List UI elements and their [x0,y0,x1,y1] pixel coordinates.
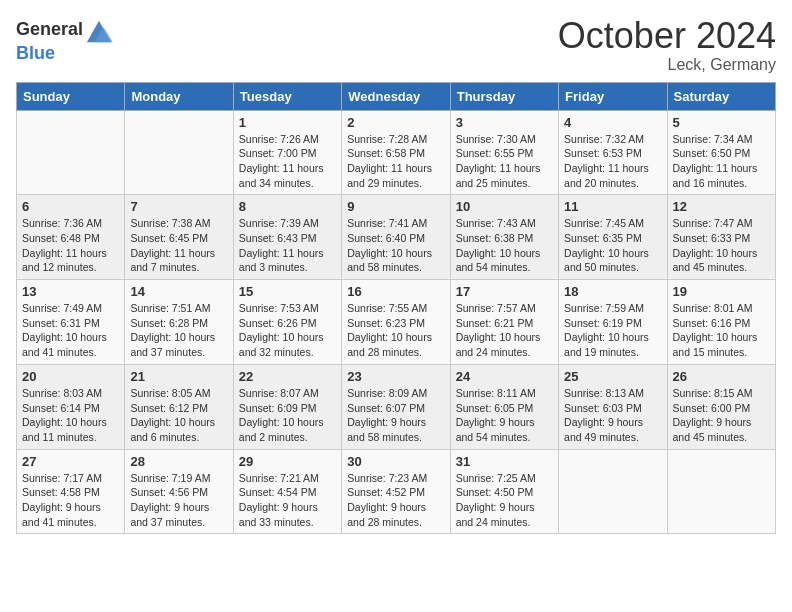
day-number: 31 [456,454,553,469]
day-info: Sunrise: 7:36 AM Sunset: 6:48 PM Dayligh… [22,216,119,275]
day-number: 30 [347,454,444,469]
day-info: Sunrise: 8:13 AM Sunset: 6:03 PM Dayligh… [564,386,661,445]
day-number: 3 [456,115,553,130]
header-monday: Monday [125,82,233,110]
day-info: Sunrise: 7:28 AM Sunset: 6:58 PM Dayligh… [347,132,444,191]
calendar-day: 13Sunrise: 7:49 AM Sunset: 6:31 PM Dayli… [17,280,125,365]
day-number: 9 [347,199,444,214]
day-info: Sunrise: 7:57 AM Sunset: 6:21 PM Dayligh… [456,301,553,360]
day-info: Sunrise: 8:01 AM Sunset: 6:16 PM Dayligh… [673,301,770,360]
day-number: 6 [22,199,119,214]
day-info: Sunrise: 7:26 AM Sunset: 7:00 PM Dayligh… [239,132,336,191]
calendar-week-5: 27Sunrise: 7:17 AM Sunset: 4:58 PM Dayli… [17,449,776,534]
day-info: Sunrise: 7:51 AM Sunset: 6:28 PM Dayligh… [130,301,227,360]
day-number: 22 [239,369,336,384]
day-info: Sunrise: 8:09 AM Sunset: 6:07 PM Dayligh… [347,386,444,445]
calendar-week-4: 20Sunrise: 8:03 AM Sunset: 6:14 PM Dayli… [17,364,776,449]
location-title: Leck, Germany [558,56,776,74]
calendar-day: 29Sunrise: 7:21 AM Sunset: 4:54 PM Dayli… [233,449,341,534]
day-number: 25 [564,369,661,384]
calendar-day: 24Sunrise: 8:11 AM Sunset: 6:05 PM Dayli… [450,364,558,449]
calendar-day: 2Sunrise: 7:28 AM Sunset: 6:58 PM Daylig… [342,110,450,195]
calendar-day [17,110,125,195]
calendar-day: 16Sunrise: 7:55 AM Sunset: 6:23 PM Dayli… [342,280,450,365]
day-number: 21 [130,369,227,384]
day-info: Sunrise: 7:53 AM Sunset: 6:26 PM Dayligh… [239,301,336,360]
day-number: 12 [673,199,770,214]
day-number: 23 [347,369,444,384]
day-number: 17 [456,284,553,299]
day-info: Sunrise: 7:30 AM Sunset: 6:55 PM Dayligh… [456,132,553,191]
calendar-day: 7Sunrise: 7:38 AM Sunset: 6:45 PM Daylig… [125,195,233,280]
day-info: Sunrise: 7:38 AM Sunset: 6:45 PM Dayligh… [130,216,227,275]
calendar-day: 14Sunrise: 7:51 AM Sunset: 6:28 PM Dayli… [125,280,233,365]
day-info: Sunrise: 7:17 AM Sunset: 4:58 PM Dayligh… [22,471,119,530]
calendar-day [125,110,233,195]
calendar-table: SundayMondayTuesdayWednesdayThursdayFrid… [16,82,776,535]
day-info: Sunrise: 7:47 AM Sunset: 6:33 PM Dayligh… [673,216,770,275]
calendar-day [667,449,775,534]
day-info: Sunrise: 7:23 AM Sunset: 4:52 PM Dayligh… [347,471,444,530]
calendar-day: 4Sunrise: 7:32 AM Sunset: 6:53 PM Daylig… [559,110,667,195]
calendar-day: 1Sunrise: 7:26 AM Sunset: 7:00 PM Daylig… [233,110,341,195]
calendar-day: 23Sunrise: 8:09 AM Sunset: 6:07 PM Dayli… [342,364,450,449]
title-block: October 2024 Leck, Germany [558,16,776,74]
calendar-day: 19Sunrise: 8:01 AM Sunset: 6:16 PM Dayli… [667,280,775,365]
header-tuesday: Tuesday [233,82,341,110]
calendar-day [559,449,667,534]
header-thursday: Thursday [450,82,558,110]
header-saturday: Saturday [667,82,775,110]
calendar-week-1: 1Sunrise: 7:26 AM Sunset: 7:00 PM Daylig… [17,110,776,195]
day-info: Sunrise: 7:43 AM Sunset: 6:38 PM Dayligh… [456,216,553,275]
day-number: 13 [22,284,119,299]
day-number: 1 [239,115,336,130]
calendar-week-2: 6Sunrise: 7:36 AM Sunset: 6:48 PM Daylig… [17,195,776,280]
day-info: Sunrise: 8:05 AM Sunset: 6:12 PM Dayligh… [130,386,227,445]
calendar-day: 10Sunrise: 7:43 AM Sunset: 6:38 PM Dayli… [450,195,558,280]
day-number: 5 [673,115,770,130]
calendar-day: 26Sunrise: 8:15 AM Sunset: 6:00 PM Dayli… [667,364,775,449]
calendar-day: 30Sunrise: 7:23 AM Sunset: 4:52 PM Dayli… [342,449,450,534]
month-year-title: October 2024 [558,16,776,56]
day-info: Sunrise: 7:39 AM Sunset: 6:43 PM Dayligh… [239,216,336,275]
calendar-day: 27Sunrise: 7:17 AM Sunset: 4:58 PM Dayli… [17,449,125,534]
calendar-day: 21Sunrise: 8:05 AM Sunset: 6:12 PM Dayli… [125,364,233,449]
calendar-day: 18Sunrise: 7:59 AM Sunset: 6:19 PM Dayli… [559,280,667,365]
day-number: 15 [239,284,336,299]
day-info: Sunrise: 7:59 AM Sunset: 6:19 PM Dayligh… [564,301,661,360]
day-info: Sunrise: 7:49 AM Sunset: 6:31 PM Dayligh… [22,301,119,360]
logo-icon [85,16,113,44]
day-number: 24 [456,369,553,384]
logo-text-blue: Blue [16,43,55,63]
header-wednesday: Wednesday [342,82,450,110]
calendar-day: 20Sunrise: 8:03 AM Sunset: 6:14 PM Dayli… [17,364,125,449]
header-sunday: Sunday [17,82,125,110]
day-number: 27 [22,454,119,469]
day-info: Sunrise: 8:11 AM Sunset: 6:05 PM Dayligh… [456,386,553,445]
day-info: Sunrise: 7:45 AM Sunset: 6:35 PM Dayligh… [564,216,661,275]
day-info: Sunrise: 7:21 AM Sunset: 4:54 PM Dayligh… [239,471,336,530]
calendar-day: 22Sunrise: 8:07 AM Sunset: 6:09 PM Dayli… [233,364,341,449]
day-info: Sunrise: 7:55 AM Sunset: 6:23 PM Dayligh… [347,301,444,360]
day-number: 2 [347,115,444,130]
calendar-day: 11Sunrise: 7:45 AM Sunset: 6:35 PM Dayli… [559,195,667,280]
day-number: 11 [564,199,661,214]
logo: General Blue [16,16,113,64]
calendar-header-row: SundayMondayTuesdayWednesdayThursdayFrid… [17,82,776,110]
day-info: Sunrise: 7:41 AM Sunset: 6:40 PM Dayligh… [347,216,444,275]
calendar-day: 12Sunrise: 7:47 AM Sunset: 6:33 PM Dayli… [667,195,775,280]
day-number: 29 [239,454,336,469]
day-number: 26 [673,369,770,384]
day-number: 19 [673,284,770,299]
calendar-day: 9Sunrise: 7:41 AM Sunset: 6:40 PM Daylig… [342,195,450,280]
logo-text-general: General [16,20,83,40]
day-number: 14 [130,284,227,299]
calendar-day: 25Sunrise: 8:13 AM Sunset: 6:03 PM Dayli… [559,364,667,449]
calendar-day: 3Sunrise: 7:30 AM Sunset: 6:55 PM Daylig… [450,110,558,195]
page-header: General Blue October 2024 Leck, Germany [16,16,776,74]
calendar-day: 17Sunrise: 7:57 AM Sunset: 6:21 PM Dayli… [450,280,558,365]
day-info: Sunrise: 7:19 AM Sunset: 4:56 PM Dayligh… [130,471,227,530]
day-info: Sunrise: 7:25 AM Sunset: 4:50 PM Dayligh… [456,471,553,530]
day-number: 8 [239,199,336,214]
calendar-week-3: 13Sunrise: 7:49 AM Sunset: 6:31 PM Dayli… [17,280,776,365]
